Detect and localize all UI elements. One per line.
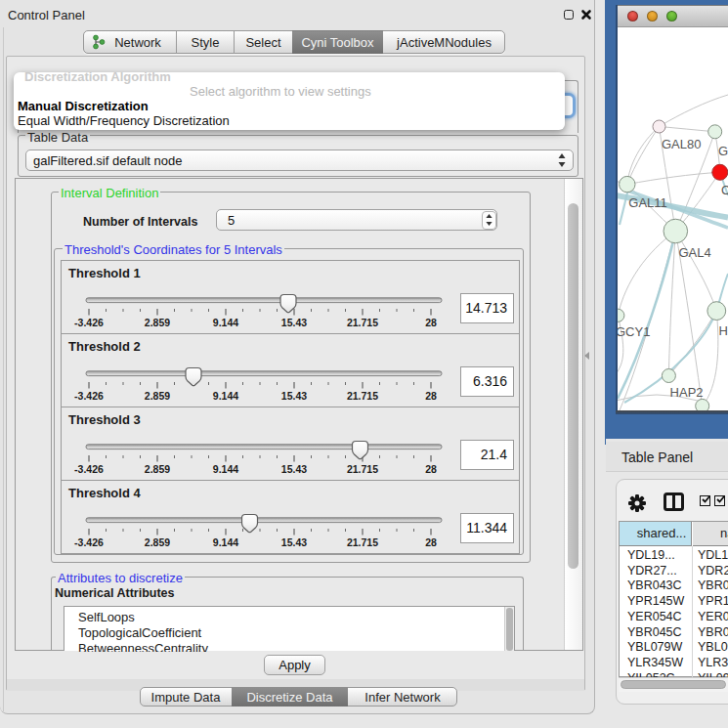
svg-text:C: C [721, 183, 728, 197]
svg-text:21.715: 21.715 [347, 390, 378, 402]
svg-text:-3.426: -3.426 [74, 317, 104, 328]
svg-text:9.144: 9.144 [213, 317, 238, 328]
svg-text:GAL11: GAL11 [628, 195, 667, 210]
svg-text:28: 28 [425, 317, 437, 328]
svg-text:HAP2: HAP2 [670, 385, 704, 400]
svg-text:-3.426: -3.426 [74, 390, 104, 402]
svg-text:15.43: 15.43 [281, 390, 307, 402]
svg-text:2.859: 2.859 [145, 536, 170, 548]
svg-text:28: 28 [425, 463, 437, 475]
svg-text:-3.426: -3.426 [74, 463, 104, 475]
svg-text:15.43: 15.43 [281, 463, 307, 475]
svg-text:21.715: 21.715 [347, 536, 378, 548]
svg-text:2.859: 2.859 [145, 390, 170, 402]
svg-text:28: 28 [425, 390, 437, 402]
svg-text:GAL80: GAL80 [662, 137, 701, 151]
svg-text:G.: G. [718, 144, 728, 158]
svg-text:15.43: 15.43 [281, 317, 307, 328]
svg-text:28: 28 [425, 536, 437, 548]
svg-text:9.144: 9.144 [213, 536, 238, 548]
svg-text:2.859: 2.859 [145, 317, 170, 328]
svg-text:2.859: 2.859 [145, 463, 170, 475]
svg-text:H: H [719, 323, 728, 338]
svg-text:15.43: 15.43 [281, 536, 307, 548]
svg-text:21.715: 21.715 [347, 463, 378, 475]
svg-text:9.144: 9.144 [213, 390, 238, 402]
svg-text:GCY1: GCY1 [618, 324, 650, 339]
svg-text:9.144: 9.144 [213, 463, 238, 475]
svg-text:-3.426: -3.426 [74, 536, 104, 548]
svg-text:GAL4: GAL4 [679, 245, 711, 260]
svg-text:21.715: 21.715 [347, 317, 378, 328]
